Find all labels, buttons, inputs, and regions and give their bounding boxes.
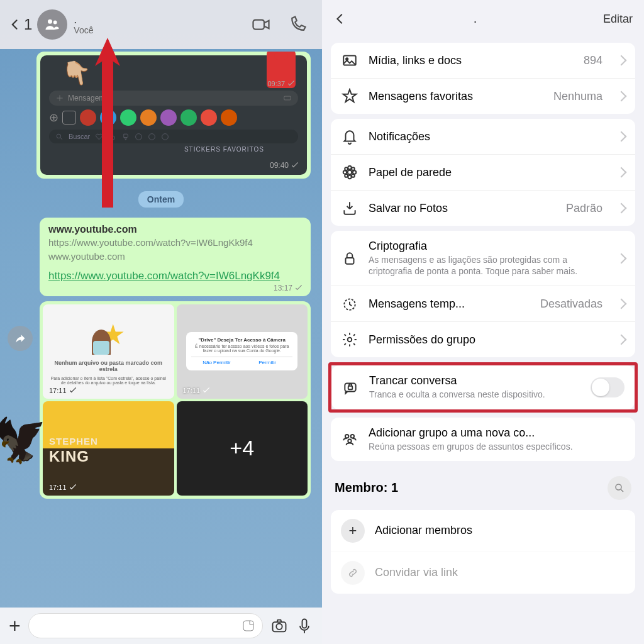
row-lock-chat[interactable]: Trancar conversa Tranca e oculta a conve… [331,365,635,409]
row-temporary-messages[interactable]: Mensagens temp... Desativadas [331,286,635,321]
bulb-icon [161,133,169,141]
sticker-pack [160,109,177,126]
svg-point-1 [53,21,57,25]
settings-list[interactable]: Mídia, links e docs 894 Mensagens favori… [322,38,644,644]
svg-point-0 [48,19,52,24]
svg-point-25 [348,338,352,342]
chat-lock-icon [342,379,358,396]
image-cell[interactable]: "Drive" Deseja Ter Acesso à Câmera É nec… [177,304,308,399]
row-subtitle: As mensagens e as ligações são protegida… [369,254,602,277]
row-add-members[interactable]: + Adicionar membros [331,510,635,552]
bookmark-icon [62,111,76,125]
card-lock: Trancar conversa Tranca e oculta a conve… [331,365,635,409]
book-author-bot: KING [43,446,89,464]
svg-point-29 [351,435,354,438]
link-message-bubble[interactable]: www.youtube.com https://www.youtube.com/… [40,218,311,296]
allow-label: Permitir [242,360,293,365]
lock-icon [341,250,358,267]
info-header: . Editar [322,0,644,38]
message-preview-bubble[interactable]: 👇🏼 09:37 Mensagem ⊕ Buscar [36,52,311,179]
edit-button[interactable]: Editar [603,13,633,26]
search-icon [55,133,64,141]
row-media[interactable]: Mídia, links e docs 894 [331,43,635,78]
row-label: Convidar via link [375,566,625,579]
image-grid-bubble[interactable]: Nenhum arquivo ou pasta marcado com estr… [40,301,311,499]
svg-rect-2 [253,20,265,30]
message-input[interactable] [28,613,263,638]
back-button[interactable]: 1 [9,14,32,35]
image-cell-more[interactable]: +4 [177,401,308,496]
search-members-button[interactable] [608,476,631,500]
sticker-row: ⊕ [49,109,298,126]
svg-point-15 [348,166,351,169]
image-cell[interactable]: STEPHEN KING 17:11 [43,401,174,496]
image-icon [341,52,358,69]
svg-point-17 [343,170,347,174]
camera-icon[interactable] [270,617,288,635]
card-security: Criptografia As mensagens e as ligações … [331,231,635,357]
book-author-top: STEPHEN [43,433,98,446]
svg-rect-11 [303,619,307,628]
star-outline-icon [148,133,156,141]
dialog-sub: É necessário ter acesso aos vídeos e fot… [191,344,292,353]
message-time: 13:17 [274,284,303,292]
community-icon [341,431,358,447]
lock-toggle[interactable] [591,377,625,397]
cell-caption: Nenhum arquivo ou pasta marcado com estr… [43,360,174,372]
attach-button[interactable]: + [9,614,21,638]
card-members: + Adicionar membros Convidar via link [331,510,635,594]
check-icon [69,386,77,395]
chevron-right-icon [616,253,627,264]
row-wallpaper[interactable]: Papel de parede [331,154,635,190]
svg-point-22 [352,174,355,177]
chat-name: . [74,14,247,25]
row-save-photos[interactable]: Salvar no Fotos Padrão [331,190,635,226]
row-add-to-community[interactable]: Adicionar grupo a uma nova co... Reúna p… [331,418,635,461]
sticker-pack [140,109,157,126]
image-cell[interactable]: Nenhum arquivo ou pasta marcado com estr… [43,304,174,399]
chevron-right-icon [616,335,627,345]
forward-icon [14,332,26,345]
chat-title-area[interactable]: . Você [74,14,247,35]
keyboard-icon [283,94,292,103]
check-icon [287,79,296,88]
voice-call-icon[interactable] [288,15,307,34]
svg-point-20 [352,167,355,170]
svg-point-4 [57,134,61,138]
plus-circle-icon: + [341,519,365,543]
row-notifications[interactable]: Notificações [331,119,635,154]
back-button[interactable] [333,12,347,26]
svg-point-31 [616,484,621,490]
preview-search: Buscar [49,130,298,143]
mic-icon[interactable] [296,617,313,635]
row-title: Adicionar grupo a uma nova co... [369,426,625,440]
row-invite-link[interactable]: Convidar via link [331,552,635,594]
smile-icon [135,133,143,141]
link-url: https://www.youtube.com/watch?v=IW6LngKk… [48,236,302,249]
svg-point-10 [276,624,282,630]
group-info-screen: . Editar Mídia, links e docs 894 Mensage… [322,0,644,644]
card-settings: Notificações Papel de parede Salvar no F… [331,119,635,226]
row-starred[interactable]: Mensagens favoritas Nenhuma [331,78,635,114]
row-subtitle: Tranca e oculta a conversa neste disposi… [369,389,580,400]
gear-icon [341,331,358,348]
link-circle-icon [341,561,365,585]
row-value: Padrão [566,202,602,215]
row-label: Salvar no Fotos [369,202,556,215]
link-anchor[interactable]: https://www.youtube.com/watch?v=IW6LngKk… [48,269,302,284]
svg-point-7 [162,133,169,140]
compose-bar: + [0,608,322,644]
svg-rect-27 [348,386,353,389]
group-avatar[interactable] [37,9,67,40]
video-call-icon[interactable] [252,15,270,34]
timer-icon [341,296,358,312]
star-illustration [89,318,127,356]
pointing-hand-emoji: 👇🏼 [60,57,94,89]
svg-point-21 [345,174,348,177]
sticker-icon[interactable] [241,618,256,633]
forward-button[interactable] [8,326,33,351]
flower-icon [341,164,358,180]
row-encryption[interactable]: Criptografia As mensagens e as ligações … [331,231,635,286]
row-permissions[interactable]: Permissões do grupo [331,321,635,357]
group-icon [43,16,61,33]
